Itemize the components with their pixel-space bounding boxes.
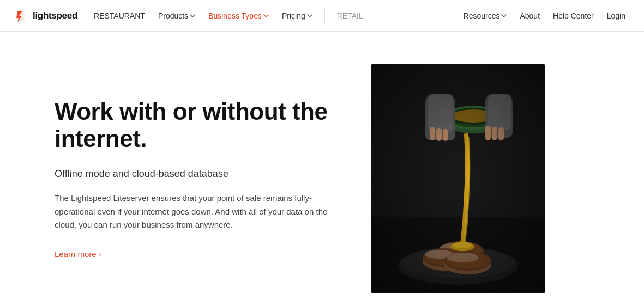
chevron-down-icon xyxy=(307,13,312,19)
nav-item-login[interactable]: Login xyxy=(601,8,631,23)
hero-image-svg xyxy=(371,64,545,293)
nav-item-about[interactable]: About xyxy=(514,8,545,23)
lightspeed-logo-icon xyxy=(13,8,28,23)
nav-item-pricing[interactable]: Pricing xyxy=(276,8,318,23)
nav-item-products[interactable]: Products xyxy=(153,8,201,23)
logo-text: lightspeed xyxy=(33,10,77,21)
hero-title: Work with or without the internet. xyxy=(55,98,338,153)
hero-subtitle: Offline mode and cloud-based database xyxy=(55,168,338,180)
svg-rect-35 xyxy=(371,64,545,293)
nav-item-restaurant[interactable]: RESTAURANT xyxy=(88,8,151,23)
nav-item-retail[interactable]: RETAIL xyxy=(332,8,369,23)
hero-body: The Lightspeed Liteserver ensures that y… xyxy=(55,192,338,232)
nav-left: RESTAURANT Products Business Types Prici… xyxy=(88,8,369,24)
main-content: Work with or without the internet. Offli… xyxy=(0,32,644,306)
chevron-down-icon xyxy=(501,13,507,19)
chevron-down-icon xyxy=(190,13,195,19)
nav-right: Resources About Help Center Login xyxy=(458,8,631,23)
hero-image xyxy=(371,64,545,293)
logo[interactable]: lightspeed xyxy=(13,8,77,23)
main-nav: lightspeed RESTAURANT Products Business … xyxy=(0,0,644,32)
nav-item-help-center[interactable]: Help Center xyxy=(547,8,599,23)
nav-item-business-types[interactable]: Business Types xyxy=(203,8,274,23)
hero-content: Work with or without the internet. Offli… xyxy=(55,98,338,259)
nav-item-resources[interactable]: Resources xyxy=(458,8,513,23)
learn-more-link[interactable]: Learn more › xyxy=(55,249,101,259)
arrow-icon: › xyxy=(99,250,101,258)
chevron-down-icon xyxy=(263,13,269,19)
nav-divider xyxy=(324,8,325,24)
